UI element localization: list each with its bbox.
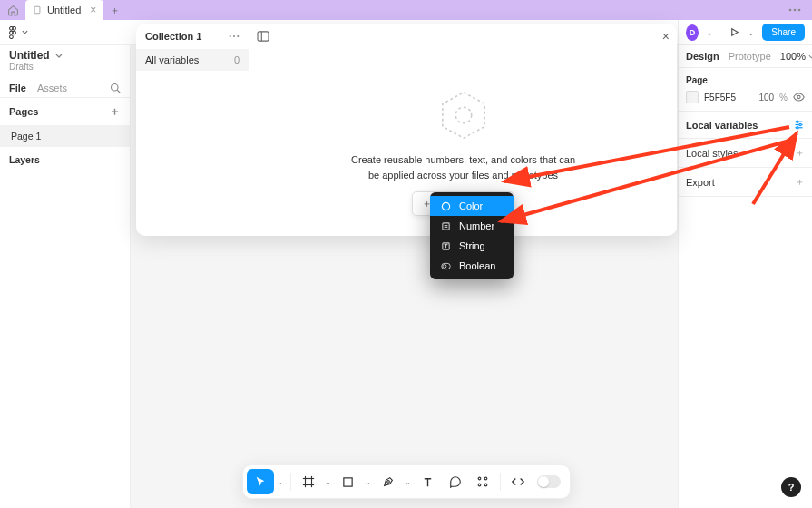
main-menu-button[interactable] <box>7 26 28 39</box>
svg-line-12 <box>117 90 120 93</box>
figma-file-icon <box>33 5 42 15</box>
panel-layout-icon[interactable] <box>257 31 269 42</box>
dropdown-item-boolean[interactable]: Boolean <box>430 256 514 276</box>
dev-mode-toggle[interactable] <box>537 475 561 488</box>
home-tab[interactable] <box>0 0 25 20</box>
variables-sidebar: Collection 1 All variables 0 <box>136 24 249 236</box>
file-tab-title: Untitled <box>47 5 81 15</box>
local-styles-label: Local styles <box>686 148 738 159</box>
dev-mode-icon[interactable] <box>504 469 532 494</box>
comment-tool[interactable] <box>442 469 469 494</box>
file-title: Untitled <box>9 49 50 62</box>
bottom-toolbar: ⌄ ⌄ ⌄ ⌄ <box>242 464 571 499</box>
svg-rect-28 <box>442 222 448 229</box>
share-button[interactable]: Share <box>762 24 805 41</box>
svg-point-22 <box>237 35 239 37</box>
add-export-icon[interactable]: ＋ <box>795 175 805 189</box>
tab-prototype[interactable]: Prototype <box>729 51 771 62</box>
page-bg-hex[interactable]: F5F5F5 <box>704 93 753 103</box>
add-page-icon[interactable]: ＋ <box>109 103 121 120</box>
empty-state-line2: be applied across your files and prototy… <box>249 168 677 183</box>
chevron-down-icon[interactable] <box>55 54 63 58</box>
chevron-down-icon[interactable]: ⌄ <box>748 28 755 37</box>
variables-panel: Collection 1 All variables 0 × <box>136 24 677 236</box>
svg-point-11 <box>112 84 119 92</box>
svg-point-33 <box>442 264 445 268</box>
svg-point-3 <box>798 9 801 12</box>
zoom-value: 100% <box>780 51 806 62</box>
project-name[interactable]: Drafts <box>0 62 130 79</box>
color-swatch[interactable] <box>686 91 699 103</box>
svg-point-42 <box>478 484 481 486</box>
variables-config-icon[interactable] <box>793 119 805 131</box>
svg-point-26 <box>455 107 471 122</box>
zoom-dropdown[interactable]: 100% <box>780 51 812 62</box>
frame-tool[interactable] <box>295 469 322 494</box>
svg-point-27 <box>442 202 449 210</box>
search-icon[interactable] <box>110 83 121 93</box>
tab-assets[interactable]: Assets <box>37 83 67 93</box>
tab-bar: Untitled × ＋ <box>0 0 812 20</box>
avatar[interactable]: D <box>686 24 699 41</box>
close-tab-icon[interactable]: × <box>90 4 96 16</box>
collection-name[interactable]: Collection 1 <box>145 31 201 42</box>
page-item[interactable]: Page 1 <box>0 125 130 147</box>
chevron-down-icon[interactable]: ⌄ <box>706 28 713 37</box>
svg-point-41 <box>484 477 487 480</box>
string-icon <box>439 241 452 251</box>
svg-point-21 <box>233 35 235 37</box>
tab-file[interactable]: File <box>9 83 26 93</box>
move-tool[interactable] <box>247 469 274 494</box>
dropdown-item-color[interactable]: Color <box>430 196 514 216</box>
dropdown-label: String <box>459 240 485 251</box>
variable-type-dropdown: Color Number String Boolean <box>430 192 514 279</box>
svg-rect-38 <box>344 477 352 485</box>
svg-point-43 <box>484 484 487 486</box>
text-tool[interactable] <box>415 469 442 494</box>
file-tab[interactable]: Untitled × <box>25 0 103 20</box>
svg-point-2 <box>794 9 797 12</box>
opacity-unit: % <box>779 93 788 103</box>
number-icon <box>439 221 452 231</box>
dropdown-label: Color <box>459 200 483 211</box>
export-label: Export <box>686 177 715 188</box>
chevron-down-icon[interactable]: ⌄ <box>274 478 287 486</box>
svg-point-39 <box>386 481 389 484</box>
svg-point-13 <box>797 95 800 98</box>
tab-design[interactable]: Design <box>686 51 719 62</box>
new-tab-button[interactable]: ＋ <box>103 0 125 20</box>
local-variables-label: Local variables <box>686 120 758 131</box>
app-menu-button[interactable] <box>785 8 812 12</box>
chevron-down-icon[interactable]: ⌄ <box>402 478 415 486</box>
rectangle-tool[interactable] <box>335 469 362 494</box>
dropdown-label: Number <box>459 220 494 231</box>
dropdown-item-string[interactable]: String <box>430 236 514 256</box>
svg-point-17 <box>797 121 798 122</box>
empty-state-line1: Create reusable numbers, text, and color… <box>249 152 677 168</box>
svg-rect-0 <box>34 6 40 14</box>
add-style-icon[interactable]: ＋ <box>795 146 805 160</box>
left-panel: Untitled Drafts File Assets Pages ＋ Page… <box>0 45 131 508</box>
boolean-icon <box>439 261 452 271</box>
chevron-down-icon[interactable]: ⌄ <box>322 478 335 486</box>
svg-rect-23 <box>258 32 269 41</box>
actions-tool[interactable] <box>469 469 496 494</box>
svg-point-1 <box>789 9 792 12</box>
help-button[interactable]: ? <box>781 477 801 497</box>
color-icon <box>439 201 452 211</box>
close-icon[interactable]: × <box>662 29 670 44</box>
right-panel: D ⌄ ⌄ Share Design Prototype 100% Page F… <box>678 20 812 508</box>
dropdown-item-number[interactable]: Number <box>430 216 514 236</box>
present-button[interactable] <box>728 24 740 41</box>
pen-tool[interactable] <box>375 469 402 494</box>
collection-menu-icon[interactable] <box>229 34 240 38</box>
all-variables-count: 0 <box>234 54 240 65</box>
all-variables-label: All variables <box>145 54 199 65</box>
svg-point-40 <box>478 477 481 480</box>
layers-label: Layers <box>0 147 130 172</box>
all-variables-row[interactable]: All variables 0 <box>136 49 249 71</box>
eye-icon[interactable] <box>793 93 805 102</box>
page-bg-opacity[interactable]: 100 <box>758 93 774 103</box>
svg-point-8 <box>10 34 14 38</box>
chevron-down-icon[interactable]: ⌄ <box>362 478 375 486</box>
